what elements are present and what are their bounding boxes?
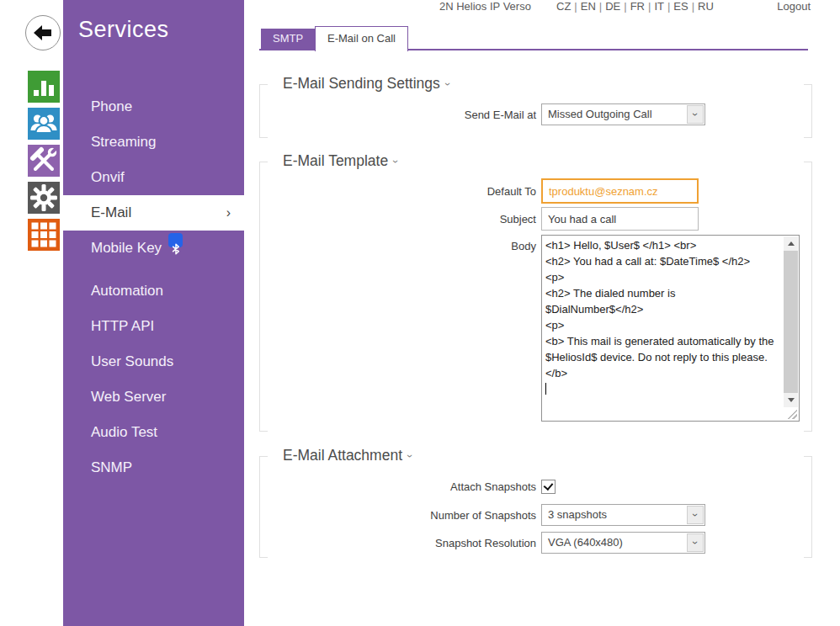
lang-cz[interactable]: CZ [554, 0, 573, 13]
hardware-tools-icon[interactable] [28, 145, 60, 177]
back-button[interactable] [25, 15, 61, 50]
section-heading[interactable]: E-Mail Template› [259, 151, 812, 170]
sidebar-item-onvif[interactable]: Onvif [63, 160, 244, 195]
status-stats-icon[interactable] [28, 71, 60, 103]
snapshot-resolution-label: Snapshot Resolution [259, 537, 536, 549]
section-email-attachment: E-Mail Attachment› Attach Snapshots Numb… [259, 446, 812, 558]
send-email-at-label: Send E-Mail at [259, 109, 536, 121]
chevron-down-icon: › [690, 113, 700, 116]
sidebar-item-http-api[interactable]: HTTP API [63, 309, 244, 344]
tab-bar: SMTP E-Mail on Call [259, 26, 815, 51]
bluetooth-icon [168, 233, 183, 247]
language-switcher: CZ|EN|DE|FR|IT|ES|RU [554, 0, 716, 13]
subject-input[interactable] [541, 207, 699, 231]
logout-link[interactable]: Logout [777, 0, 811, 13]
scroll-down-button[interactable] [784, 393, 798, 407]
body-label: Body [259, 240, 536, 252]
section-heading[interactable]: E-Mail Attachment› [259, 446, 812, 464]
nav-icon-rail [0, 0, 63, 626]
chevron-right-icon: › [226, 195, 231, 231]
sidebar-item-web-server[interactable]: Web Server [63, 379, 244, 415]
section-heading[interactable]: E-Mail Sending Settings› [259, 74, 812, 93]
tab-email-on-call[interactable]: E-Mail on Call [315, 26, 408, 51]
device-title: 2N Helios IP Verso [439, 0, 531, 13]
number-of-snapshots-select[interactable]: 3 snapshots › [541, 504, 705, 526]
lang-en[interactable]: EN [578, 0, 598, 13]
scrollbar-thumb[interactable] [784, 251, 798, 393]
select-dropdown-button[interactable]: › [687, 506, 704, 524]
snapshot-resolution-select[interactable]: VGA (640x480) › [541, 532, 705, 554]
back-arrow-icon [33, 24, 53, 41]
default-to-input[interactable] [541, 178, 699, 204]
default-to-label: Default To [259, 185, 536, 198]
sidebar-item-snmp[interactable]: SNMP [63, 450, 244, 485]
sidebar-item-user-sounds[interactable]: User Sounds [63, 344, 244, 379]
system-grid-icon[interactable] [28, 219, 60, 251]
checkmark-icon [544, 480, 554, 490]
send-email-at-row: Send E-Mail at Missed Outgoing Call › [259, 103, 812, 125]
sidebar-item-streaming[interactable]: Streaming [63, 125, 244, 160]
section-email-template: E-Mail Template› Default To Subject Body… [259, 151, 812, 432]
attach-snapshots-label: Attach Snapshots [259, 480, 536, 493]
attach-snapshots-checkbox[interactable] [541, 480, 556, 494]
number-of-snapshots-row: Number of Snapshots 3 snapshots › [259, 504, 812, 526]
number-of-snapshots-label: Number of Snapshots [259, 509, 536, 522]
chevron-down-icon: › [402, 454, 418, 458]
lang-de[interactable]: DE [603, 0, 623, 13]
chevron-down-icon: › [690, 541, 700, 544]
sidebar-item-audio-test[interactable]: Audio Test [63, 415, 244, 450]
section-email-sending-settings: E-Mail Sending Settings› Send E-Mail at … [259, 74, 812, 138]
services-gear-icon[interactable] [28, 182, 60, 214]
lang-es[interactable]: ES [671, 0, 690, 13]
sidebar-menu: Phone Streaming Onvif E-Mail › Mobile Ke… [63, 89, 244, 485]
lang-fr[interactable]: FR [628, 0, 647, 13]
textarea-scrollbar[interactable] [784, 236, 798, 407]
scroll-up-button[interactable] [784, 236, 798, 251]
sidebar-item-email[interactable]: E-Mail › [63, 195, 244, 231]
body-row: Body <h1> Hello, $User$ </h1> <br> <h2> … [259, 235, 812, 422]
sidebar-item-phone[interactable]: Phone [63, 89, 244, 125]
select-dropdown-button[interactable]: › [687, 533, 704, 552]
text-caret [545, 383, 546, 395]
triangle-down-icon [788, 398, 795, 402]
body-textarea[interactable]: <h1> Hello, $User$ </h1> <br> <h2> You h… [541, 235, 800, 422]
attach-snapshots-row: Attach Snapshots [259, 478, 812, 495]
directory-users-icon[interactable] [28, 108, 60, 140]
sidebar: Services Phone Streaming Onvif E-Mail › … [63, 0, 244, 626]
lang-it[interactable]: IT [651, 0, 667, 13]
chevron-down-icon: › [388, 160, 404, 163]
send-email-at-select[interactable]: Missed Outgoing Call › [541, 103, 705, 125]
page-title: Services [63, 0, 244, 43]
lang-ru[interactable]: RU [695, 0, 716, 13]
tab-smtp[interactable]: SMTP [261, 29, 315, 49]
subject-label: Subject [259, 213, 536, 225]
main-content: 2N Helios IP Verso CZ|EN|DE|FR|IT|ES|RU … [244, 0, 840, 626]
page: { "colors": { "accent_purple": "#7d57a5"… [0, 0, 840, 626]
snapshot-resolution-row: Snapshot Resolution VGA (640x480) › [259, 532, 812, 554]
sidebar-item-automation[interactable]: Automation [63, 273, 244, 309]
top-header: 2N Helios IP Verso CZ|EN|DE|FR|IT|ES|RU … [244, 0, 840, 13]
resize-grip[interactable] [786, 408, 797, 419]
chevron-down-icon: › [440, 82, 456, 86]
default-to-row: Default To [259, 178, 812, 204]
select-dropdown-button[interactable]: › [687, 105, 704, 124]
triangle-up-icon [788, 241, 795, 246]
sidebar-item-mobile-key[interactable]: Mobile Key [63, 231, 244, 266]
subject-row: Subject [259, 207, 812, 231]
chevron-down-icon: › [690, 513, 700, 517]
